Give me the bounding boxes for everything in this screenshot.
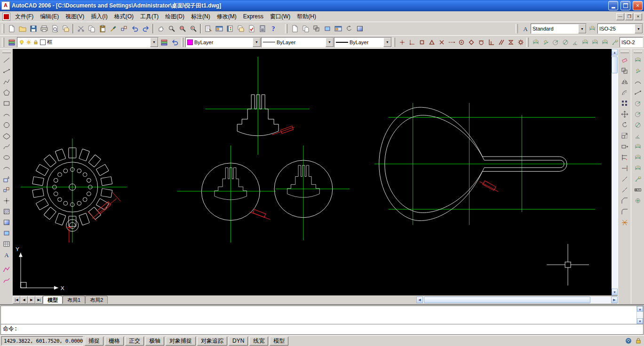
linetype-combo[interactable]: ByLayer ▼ <box>261 37 334 47</box>
plot-icon[interactable] <box>39 24 49 34</box>
snap-to-extension-icon[interactable] <box>446 37 456 47</box>
snap-to-quadrant-icon[interactable] <box>466 37 476 47</box>
layer-properties-manager-icon[interactable] <box>6 37 17 47</box>
chevron-down-icon[interactable]: ▼ <box>635 24 643 33</box>
snap-to-nearest-icon[interactable] <box>506 37 516 47</box>
dim-style-combo-cropped[interactable]: ISO-2 <box>620 37 643 47</box>
jogged-dimension-icon[interactable] <box>632 109 643 119</box>
layer-previous-icon[interactable] <box>169 37 180 47</box>
help-icon[interactable] <box>268 24 278 34</box>
menu-edit[interactable]: 编辑(E) <box>37 12 62 22</box>
toolbar-drag-handle[interactable] <box>285 24 287 33</box>
paste-icon[interactable] <box>97 24 108 34</box>
make-object-layer-current-icon[interactable] <box>159 37 169 47</box>
toolbar-drag-handle[interactable] <box>634 51 642 53</box>
match-properties-icon[interactable] <box>108 24 119 34</box>
grid-toggle[interactable]: 栅格 <box>105 337 124 346</box>
menu-window[interactable]: 窗口(W) <box>267 12 294 22</box>
etransmit-icon[interactable] <box>289 24 300 34</box>
zoom-window-icon[interactable] <box>177 24 188 34</box>
first-tab-button[interactable]: |◀ <box>13 296 20 304</box>
quick-leader-icon[interactable] <box>610 37 620 47</box>
zoom-previous-icon[interactable] <box>188 24 199 34</box>
menu-tools[interactable]: 工具(T) <box>137 12 162 22</box>
quick-dimension-icon[interactable] <box>632 141 643 152</box>
ellipse-icon[interactable] <box>1 152 12 163</box>
qnew-icon[interactable] <box>6 24 17 34</box>
layer-freeze-sun-icon[interactable] <box>26 39 32 45</box>
snap-to-perpendicular-icon[interactable] <box>486 37 496 47</box>
layer-on-bulb-icon[interactable] <box>19 39 24 45</box>
snap-to-endpoint-icon[interactable] <box>417 37 427 47</box>
hyperlink-icon[interactable] <box>300 24 311 34</box>
quick-dimension-icon[interactable] <box>580 37 590 47</box>
radius-dimension-icon[interactable] <box>632 98 643 109</box>
polygon-icon[interactable] <box>1 87 12 98</box>
toolbar-drag-handle[interactable] <box>181 38 183 47</box>
restore-button[interactable] <box>620 1 630 10</box>
stretch-icon[interactable] <box>619 141 630 152</box>
construction-line-icon[interactable] <box>1 65 12 76</box>
polyline-icon[interactable] <box>1 76 12 87</box>
tab-layout1[interactable]: 布局1 <box>63 296 85 304</box>
zoom-realtime-icon[interactable] <box>166 24 177 34</box>
aligned-dimension-icon[interactable] <box>541 37 550 47</box>
arc-length-dimension-icon[interactable] <box>632 76 643 87</box>
copy-object-icon[interactable] <box>619 65 630 76</box>
multiline-text-icon[interactable] <box>1 249 12 260</box>
doc-close-button[interactable]: × <box>634 13 642 20</box>
draworder-back-icon[interactable] <box>322 24 333 34</box>
menu-file[interactable]: 文件(F) <box>12 12 37 22</box>
vertical-scrollbar[interactable]: ▲ ▼ <box>612 49 618 295</box>
toolbar-drag-handle[interactable] <box>393 38 395 47</box>
text-style-manager-button[interactable] <box>520 24 531 34</box>
named-views-icon[interactable] <box>333 24 343 34</box>
rectangle-icon[interactable] <box>1 98 12 109</box>
scroll-up-icon[interactable]: ▲ <box>612 49 618 55</box>
copy-clip-icon[interactable] <box>86 24 97 34</box>
chevron-down-icon[interactable]: ▼ <box>383 38 391 47</box>
drawing-area[interactable]: Y X <box>13 49 612 295</box>
lineweight-combo[interactable]: ByLayer ▼ <box>334 37 392 47</box>
layer-lock-icon[interactable] <box>33 39 39 45</box>
menu-format[interactable]: 格式(O) <box>111 12 137 22</box>
edit-spline-icon[interactable] <box>1 275 12 285</box>
markup-set-manager-icon[interactable] <box>246 24 257 34</box>
toolbar-drag-handle[interactable] <box>2 51 11 53</box>
circle-icon[interactable] <box>1 119 12 130</box>
trim-icon[interactable] <box>619 152 630 163</box>
communication-center-icon[interactable] <box>624 337 633 346</box>
doc-restore-button[interactable]: ❒ <box>625 13 633 20</box>
region-icon[interactable] <box>1 228 12 238</box>
orbit-icon[interactable] <box>343 24 354 34</box>
cut-icon[interactable] <box>75 24 86 34</box>
layer-combo[interactable]: 框 ▼ <box>17 37 159 47</box>
tab-model[interactable]: 模型 <box>43 296 63 304</box>
quick-leader-icon[interactable] <box>632 173 643 184</box>
insert-block-icon[interactable] <box>1 173 12 184</box>
plot-preview-icon[interactable] <box>49 24 60 34</box>
dim-style-manager-button[interactable] <box>587 24 597 34</box>
toolbar-drag-handle[interactable] <box>2 24 4 33</box>
angular-dimension-icon[interactable] <box>570 37 580 47</box>
diameter-dimension-icon[interactable] <box>560 37 570 47</box>
vertical-scroll-track[interactable] <box>612 55 618 289</box>
horizontal-scroll-track[interactable] <box>423 297 611 303</box>
horizontal-scrollbar[interactable]: ◀ ▶ <box>416 297 618 303</box>
toolbar-drag-handle[interactable] <box>526 38 529 47</box>
menu-draw[interactable]: 绘图(D) <box>162 12 188 22</box>
scroll-down-icon[interactable]: ▼ <box>637 318 643 324</box>
quickcalc-icon[interactable] <box>257 24 268 34</box>
dyn-toggle[interactable]: DYN <box>229 337 248 346</box>
center-mark-icon[interactable] <box>632 195 643 206</box>
aligned-dimension-icon[interactable] <box>632 65 643 76</box>
open-icon[interactable] <box>17 24 28 34</box>
temporary-track-point-icon[interactable] <box>397 37 407 47</box>
toolbar-lock-icon[interactable] <box>634 337 643 346</box>
erase-icon[interactable] <box>619 55 630 65</box>
mirror-icon[interactable] <box>619 76 630 87</box>
osnap-toggle[interactable]: 对象捕捉 <box>166 337 196 346</box>
command-scrollbar[interactable]: ▲ ▼ <box>636 306 643 324</box>
spline-icon[interactable] <box>1 141 12 152</box>
menu-insert[interactable]: 插入(I) <box>87 12 111 22</box>
